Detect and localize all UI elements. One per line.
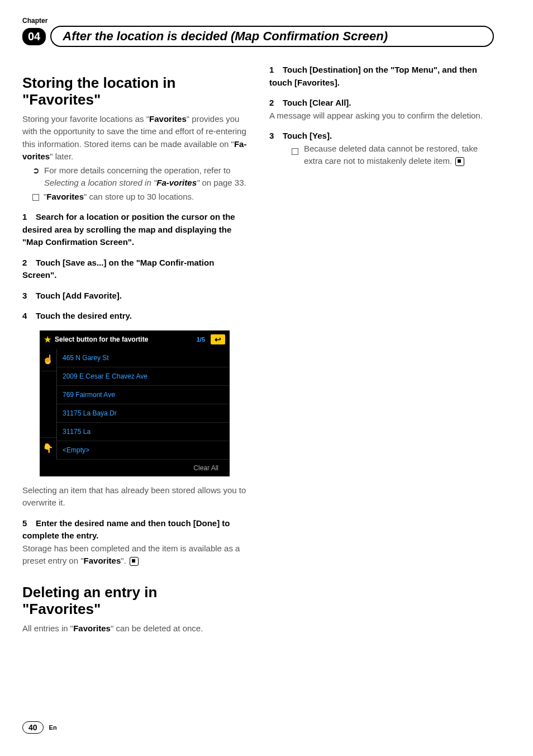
section-storing-title-a: Storing the location in	[22, 74, 175, 91]
t: " can store up to 30 locations.	[84, 192, 194, 201]
page-number: 40	[22, 721, 44, 734]
r-step-2: 2Touch [Clear All].	[269, 97, 494, 110]
t: on page 33.	[199, 178, 246, 187]
language-label: En	[49, 724, 57, 731]
chapter-number-badge: 04	[22, 28, 46, 45]
favorites-list-screenshot: ★ Select button for the favortite 1/5 ↩ …	[40, 330, 230, 476]
deleting-intro: All entries in "Favorites" can be delete…	[22, 622, 247, 635]
bullet-text: "Favorites" can store up to 30 locations…	[44, 191, 194, 204]
bullet-capacity: "Favorites" can store up to 30 locations…	[32, 191, 247, 204]
step-text: Touch [Destination] on the "Top Menu", a…	[269, 65, 477, 87]
step-3: 3Touch [Add Favorite].	[22, 290, 247, 303]
clear-all-button[interactable]: Clear All	[193, 463, 218, 473]
back-button[interactable]: ↩	[211, 334, 225, 344]
star-icon: ★	[44, 334, 51, 346]
step-4: 4Touch the desired entry.	[22, 310, 247, 323]
list-item[interactable]: 2009 E Cesar E Chavez Ave	[57, 367, 230, 386]
step-text: Search for a location or position the cu…	[22, 212, 235, 247]
scroll-track[interactable]	[40, 371, 56, 438]
bullet-more-details: ➲ For more details concerning the operat…	[32, 164, 247, 190]
list-item[interactable]: <Empty>	[57, 441, 230, 460]
step-text: Enter the desired name and then touch [D…	[22, 518, 230, 541]
r-step-2-body: A message will appear asking you to conf…	[269, 110, 494, 122]
left-column: Storing the location in "Favorites" Stor…	[22, 64, 247, 635]
section-storing-title-b: "Favorites"	[22, 91, 101, 108]
r-step-3-sub: Because deleted data cannot be restored,…	[292, 143, 494, 168]
section-deleting-title-a: Deleting an entry in	[22, 584, 157, 601]
step-text: Touch [Save as...] on the "Map Confir-ma…	[22, 258, 214, 280]
note-icon	[292, 145, 298, 158]
page-footer: 40 En	[22, 721, 57, 734]
t: ".	[121, 556, 126, 565]
t: Because deleted data cannot be restored,…	[304, 144, 478, 166]
step-text: Touch the desired entry.	[36, 311, 132, 320]
step-text: Touch [Add Favorite].	[36, 291, 122, 300]
t: Favorites	[73, 623, 111, 633]
scroll-up-icon[interactable]: ☝	[40, 349, 56, 371]
ss-title: Select button for the favortite	[55, 334, 197, 344]
step-text: Touch [Yes].	[283, 131, 332, 140]
scrollbar[interactable]: ☝ 👇	[40, 349, 57, 460]
section-deleting-title: Deleting an entry in "Favorites"	[22, 584, 247, 618]
step-2: 2Touch [Save as...] on the "Map Confir-m…	[22, 257, 247, 282]
storing-intro: Storing your favorite locations as "Favo…	[22, 113, 247, 163]
end-of-section-icon	[130, 557, 139, 566]
t: Selecting a location stored in "	[44, 178, 156, 187]
note-icon	[32, 191, 39, 204]
t: Fa-vorites	[156, 178, 197, 187]
ss-header: ★ Select button for the favortite 1/5 ↩	[40, 330, 230, 349]
t: For more details concerning the operatio…	[44, 166, 231, 175]
step-5: 5Enter the desired name and then touch […	[22, 517, 247, 542]
r-step-3: 3Touch [Yes].	[269, 130, 494, 143]
list-item[interactable]: 31175 La Baya Dr	[57, 404, 230, 423]
end-of-section-icon	[455, 157, 464, 166]
ss-page-indicator: 1/5	[197, 335, 205, 344]
step-text: Touch [Clear All].	[283, 98, 351, 107]
section-deleting-title-b: "Favorites"	[22, 601, 101, 617]
bullet-text: For more details concerning the operatio…	[44, 164, 247, 190]
right-column: 1Touch [Destination] on the "Top Menu", …	[269, 64, 494, 635]
step-5-body: Storage has been completed and the item …	[22, 542, 247, 568]
header-title-wrap: After the location is decided (Map Confi…	[50, 26, 494, 47]
list-item[interactable]: 769 Fairmont Ave	[57, 386, 230, 404]
t: " can be deleted at once.	[111, 623, 203, 633]
chapter-label: Chapter	[22, 17, 494, 25]
r-step-1: 1Touch [Destination] on the "Top Menu", …	[269, 64, 494, 89]
t: " later.	[50, 152, 73, 161]
section-storing-title: Storing the location in "Favorites"	[22, 75, 247, 108]
t: All entries in "	[22, 623, 73, 633]
list-item[interactable]: 465 N Garey St	[57, 349, 230, 367]
list-item[interactable]: 31175 La	[57, 423, 230, 441]
substep-text: Because deleted data cannot be restored,…	[304, 143, 494, 168]
t: Storing your favorite locations as "	[22, 114, 149, 124]
t: Favorites	[84, 556, 121, 565]
arrow-icon: ➲	[32, 164, 40, 177]
page-title: After the location is decided (Map Confi…	[63, 29, 388, 43]
t: Favorites	[46, 192, 84, 201]
overwrite-note: Selecting an item that has already been …	[22, 484, 247, 509]
favorites-list: 465 N Garey St 2009 E Cesar E Chavez Ave…	[57, 349, 230, 460]
page-header: 04 After the location is decided (Map Co…	[22, 26, 494, 47]
t: Favorites	[149, 114, 187, 124]
scroll-down-icon[interactable]: 👇	[40, 438, 56, 460]
step-1: 1Search for a location or position the c…	[22, 211, 247, 249]
